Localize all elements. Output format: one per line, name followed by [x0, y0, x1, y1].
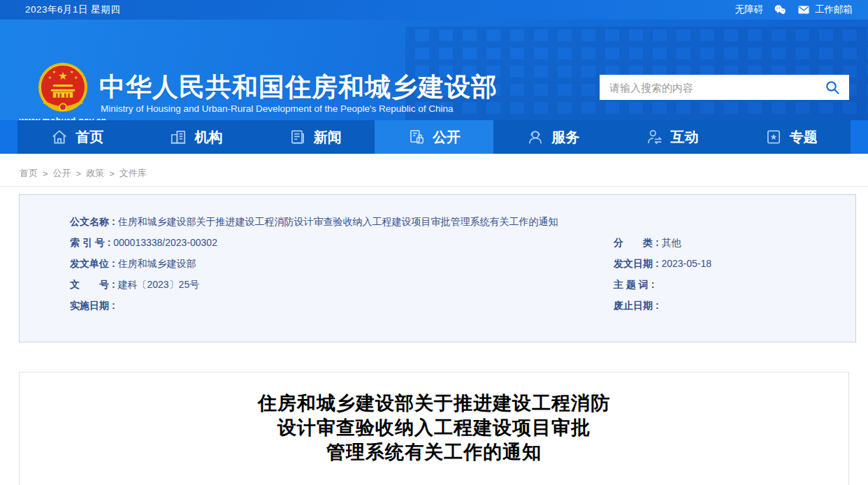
meta-row-number-subject: 文 号 : 建科〔2023〕25号 主 题 词 :: [70, 274, 855, 295]
nav-label: 互动: [671, 128, 699, 147]
breadcrumb-library[interactable]: 文件库: [120, 167, 147, 180]
breadcrumb-disclosure[interactable]: 公开: [53, 167, 71, 180]
nav-label: 首页: [75, 128, 103, 147]
nav-label: 服务: [551, 128, 579, 147]
nav-strip: 首页 机构 新闻: [0, 120, 868, 154]
nav-label: 专题: [790, 128, 818, 147]
index-number-label: 索 引 号: [70, 237, 105, 248]
svg-text:★: ★: [74, 75, 78, 80]
repeal-date-label: 废止日期: [614, 300, 653, 311]
search-input[interactable]: [608, 81, 824, 94]
top-utility-bar: 2023年6月1日 星期四 无障碍 工作邮箱: [0, 0, 868, 20]
mail-icon: [797, 3, 811, 17]
index-number-value: 000013338/2023-00302: [113, 237, 217, 248]
category-value: 其他: [661, 237, 681, 248]
current-date: 2023年6月1日 星期四: [25, 3, 120, 16]
breadcrumb-policy[interactable]: 政策: [86, 167, 104, 180]
site-title: 中华人民共和国住房和城乡建设部: [99, 70, 498, 105]
news-icon: [289, 128, 307, 146]
national-emblem-icon: ★ ★ ★ ★ ★: [36, 60, 89, 117]
nav-item-interaction[interactable]: 互动: [612, 120, 731, 154]
meta-row-issuer-date: 发文单位 : 住房和城乡建设部 发文日期 : 2023-05-18: [70, 253, 855, 274]
doc-name-label: 公文名称: [70, 211, 109, 232]
nav-item-organization[interactable]: 机构: [136, 120, 255, 154]
nav-item-news[interactable]: 新闻: [256, 120, 375, 154]
search-icon: [824, 79, 841, 96]
meta-row-impl-repeal: 实施日期 : 废止日期 :: [70, 295, 855, 316]
site-header: ★ ★ ★ ★ ★ www.mohurd.gov.cn 中华人民共和国住房和城乡…: [0, 20, 868, 120]
breadcrumb-separator: >: [76, 168, 82, 179]
interaction-icon: [646, 128, 664, 146]
work-mailbox-link[interactable]: 工作邮箱: [797, 3, 853, 17]
svg-text:★: ★: [48, 75, 52, 80]
doc-number-label: 文 号: [70, 279, 109, 290]
search-box: [600, 75, 849, 100]
category-label: 分 类: [614, 237, 653, 248]
implementation-date-label: 实施日期: [70, 300, 109, 311]
organization-icon: [169, 128, 187, 146]
nav-label: 机构: [194, 128, 222, 147]
site-title-english: Ministry of Housing and Urban-Rural Deve…: [101, 103, 454, 114]
work-mailbox-label: 工作邮箱: [815, 3, 853, 16]
doc-name-value: 住房和城乡建设部关于推进建设工程消防设计审查验收纳入工程建设项目审批管理系统有关…: [117, 211, 558, 232]
issuing-unit-label: 发文单位: [70, 258, 109, 269]
accessibility-link[interactable]: 无障碍: [735, 3, 764, 16]
breadcrumb: 首页 > 公开 > 政策 > 文件库: [20, 167, 147, 180]
issue-date-value: 2023-05-18: [661, 258, 711, 269]
svg-text:★: ★: [70, 70, 73, 74]
main-navigation: 首页 机构 新闻: [17, 120, 851, 154]
svg-text:★: ★: [58, 70, 68, 82]
disclosure-icon: [407, 128, 426, 146]
svg-text:★: ★: [52, 70, 56, 74]
nav-item-service[interactable]: 服务: [493, 120, 612, 154]
home-icon: [50, 128, 68, 146]
issue-date-label: 发文日期: [614, 258, 653, 269]
service-icon: [526, 128, 544, 146]
breadcrumb-home[interactable]: 首页: [20, 167, 38, 180]
breadcrumb-separator: >: [43, 168, 48, 179]
doc-number-value: 建科〔2023〕25号: [117, 279, 199, 290]
search-button[interactable]: [824, 79, 841, 96]
topbar-links: 无障碍 工作邮箱: [735, 3, 853, 17]
topics-icon: [765, 128, 783, 146]
nav-item-topics[interactable]: 专题: [732, 120, 851, 154]
nav-label: 新闻: [314, 128, 342, 147]
document-meta-card: 公文名称 : 住房和城乡建设部关于推进建设工程消防设计审查验收纳入工程建设项目审…: [19, 194, 856, 342]
nav-item-disclosure[interactable]: 公开: [375, 120, 493, 154]
section-divider: [0, 186, 868, 187]
article-title-line-1: 住房和城乡建设部关于推进建设工程消防: [20, 391, 848, 416]
article-title-line-2: 设计审查验收纳入工程建设项目审批: [20, 416, 848, 440]
article-card: 住房和城乡建设部关于推进建设工程消防 设计审查验收纳入工程建设项目审批 管理系统…: [19, 372, 849, 485]
subject-words-label: 主 题 词: [614, 279, 649, 290]
breadcrumb-separator: >: [109, 168, 115, 179]
meta-row-index-category: 索 引 号 : 000013338/2023-00302 分 类 : 其他: [70, 232, 855, 253]
issuing-unit-value: 住房和城乡建设部: [117, 258, 196, 269]
wechat-icon[interactable]: [773, 3, 787, 17]
nav-item-home[interactable]: 首页: [17, 120, 136, 154]
meta-row-name: 公文名称 : 住房和城乡建设部关于推进建设工程消防设计审查验收纳入工程建设项目审…: [70, 211, 855, 232]
nav-label: 公开: [433, 128, 461, 147]
article-title-line-3: 管理系统有关工作的通知: [20, 440, 848, 465]
